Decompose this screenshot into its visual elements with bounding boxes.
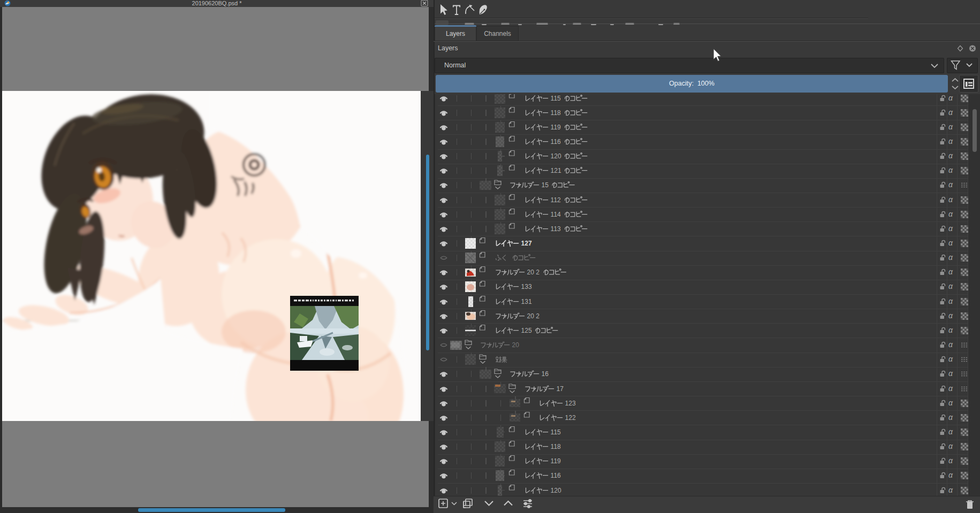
svg-text:115: 115 [550,94,560,102]
svg-text:118: 118 [550,109,560,116]
svg-text:113: 113 [550,225,560,232]
svg-text:120: 120 [550,486,561,494]
svg-text:131: 131 [521,297,531,305]
svg-text:116: 116 [550,472,560,479]
svg-text:122: 122 [565,414,576,421]
svg-text:116: 116 [550,137,560,145]
svg-text:119: 119 [550,457,560,465]
svg-text:20 2: 20 2 [527,269,540,276]
svg-text:17: 17 [556,385,564,392]
svg-text:118: 118 [550,443,560,450]
svg-text:112: 112 [550,196,560,203]
svg-text:120: 120 [550,152,561,160]
svg-text:119: 119 [550,123,560,131]
svg-text:115: 115 [550,428,560,435]
svg-text:20: 20 [512,341,520,349]
svg-text:127: 127 [521,240,531,247]
svg-text:16: 16 [542,370,549,378]
svg-text:133: 133 [521,283,531,290]
svg-text:125: 125 [521,326,531,334]
svg-text:15: 15 [542,181,549,189]
svg-text:114: 114 [550,210,560,218]
svg-text:121: 121 [550,167,561,174]
svg-text:123: 123 [565,399,576,407]
svg-text:20 2: 20 2 [527,312,540,319]
